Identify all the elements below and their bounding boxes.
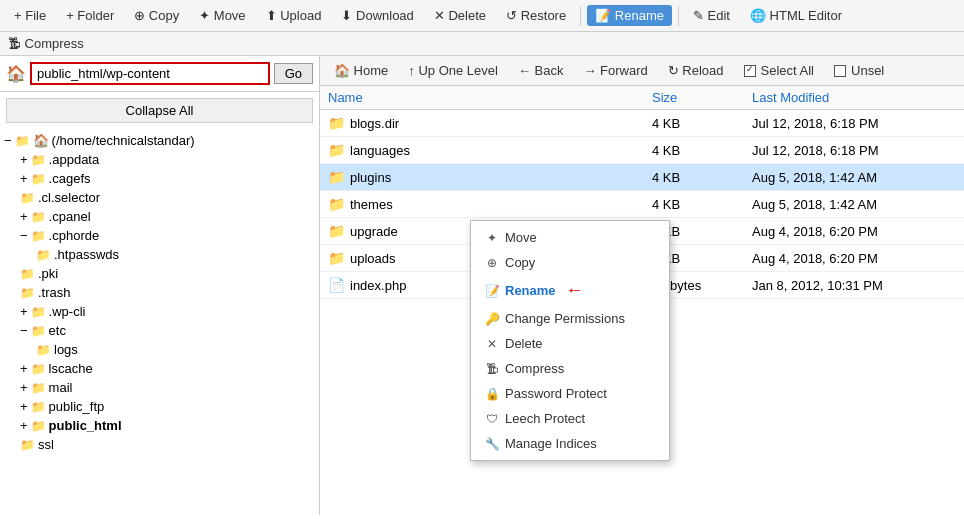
- tree-item-root[interactable]: − 📁 🏠 (/home/technicalstandar): [4, 131, 315, 150]
- ctx-delete[interactable]: ✕ Delete: [471, 331, 669, 356]
- unselect-btn[interactable]: Unsel: [826, 60, 892, 81]
- file-name: uploads: [350, 251, 396, 266]
- move-btn[interactable]: ✦ Move: [191, 5, 253, 26]
- delete-btn[interactable]: ✕ Delete: [426, 5, 494, 26]
- tree-item-lscache[interactable]: + 📁 lscache: [4, 359, 315, 378]
- folder-icon: 📁: [31, 419, 46, 433]
- ctx-compress[interactable]: 🗜 Compress: [471, 356, 669, 381]
- tree-label: ssl: [38, 437, 54, 452]
- file-modified: Aug 5, 2018, 1:42 AM: [744, 164, 964, 191]
- back-btn[interactable]: ← Back: [510, 60, 572, 81]
- edit-btn[interactable]: ✎ Edit: [685, 5, 738, 26]
- tree-item-public-ftp[interactable]: + 📁 public_ftp: [4, 397, 315, 416]
- file-name-cell[interactable]: 📁 languages: [320, 137, 644, 164]
- ctx-icon: 🔒: [485, 387, 499, 401]
- folder-icon: 📁: [31, 210, 46, 224]
- compress-bar: 🗜 Compress: [0, 32, 964, 56]
- up-one-level-btn[interactable]: ↑ Up One Level: [400, 60, 506, 81]
- tree-item-cpanel[interactable]: + 📁 .cpanel: [4, 207, 315, 226]
- ctx-leech[interactable]: 🛡 Leech Protect: [471, 406, 669, 431]
- file-name-cell[interactable]: 📁 themes: [320, 191, 644, 218]
- ctx-icon: ✦: [485, 231, 499, 245]
- plus-icon: +: [20, 304, 28, 319]
- upload-btn[interactable]: ⬆ Upload: [258, 5, 330, 26]
- ctx-label: Change Permissions: [505, 311, 625, 326]
- folder-icon: 📁: [328, 223, 345, 239]
- tree-item-public-html[interactable]: + 📁 public_html: [4, 416, 315, 435]
- restore-btn[interactable]: ↺ Restore: [498, 5, 574, 26]
- ctx-label: Delete: [505, 336, 543, 351]
- ctx-icon: 🗜: [485, 362, 499, 376]
- select-all-btn[interactable]: Select All: [736, 60, 822, 81]
- ctx-label: Move: [505, 230, 537, 245]
- file-name-cell[interactable]: 📁 blogs.dir: [320, 110, 644, 137]
- ctx-label: Rename: [505, 283, 556, 298]
- table-row[interactable]: 📁 languages 4 KB Jul 12, 2018, 6:18 PM: [320, 137, 964, 164]
- ctx-password[interactable]: 🔒 Password Protect: [471, 381, 669, 406]
- collapse-all-button[interactable]: Collapse All: [6, 98, 313, 123]
- select-all-label: Select All: [761, 63, 814, 78]
- plus-icon: +: [20, 171, 28, 186]
- home-nav-btn[interactable]: 🏠 Home: [326, 60, 396, 81]
- col-name[interactable]: Name: [320, 86, 644, 110]
- rename-btn[interactable]: 📝 Rename: [587, 5, 672, 26]
- file-name: index.php: [350, 278, 406, 293]
- tree-item-etc[interactable]: − 📁 etc: [4, 321, 315, 340]
- tree-label: logs: [54, 342, 78, 357]
- ctx-label: Leech Protect: [505, 411, 585, 426]
- html-editor-btn[interactable]: 🌐 HTML Editor: [742, 5, 850, 26]
- path-input[interactable]: [30, 62, 270, 85]
- ctx-icon: 🔧: [485, 437, 499, 451]
- ctx-permissions[interactable]: 🔑 Change Permissions: [471, 306, 669, 331]
- tree-item-ssl[interactable]: 📁 ssl: [4, 435, 315, 454]
- table-row[interactable]: 📁 plugins 4 KB Aug 5, 2018, 1:42 AM: [320, 164, 964, 191]
- tree-item-mail[interactable]: + 📁 mail: [4, 378, 315, 397]
- download-btn[interactable]: ⬇ Download: [333, 5, 421, 26]
- folder-icon: 📁: [328, 196, 345, 212]
- folder-icon: 📁: [31, 362, 46, 376]
- tree-item-appdata[interactable]: + 📁 .appdata: [4, 150, 315, 169]
- tree-item-pki[interactable]: 📁 .pki: [4, 264, 315, 283]
- reload-btn[interactable]: ↻ Reload: [660, 60, 732, 81]
- tree-item-logs[interactable]: 📁 logs: [4, 340, 315, 359]
- col-size[interactable]: Size: [644, 86, 744, 110]
- folder-icon: 📁: [36, 343, 51, 357]
- file-modified: Aug 5, 2018, 1:42 AM: [744, 191, 964, 218]
- ctx-icon: 🛡: [485, 412, 499, 426]
- copy-btn[interactable]: ⊕ Copy: [126, 5, 187, 26]
- col-modified[interactable]: Last Modified: [744, 86, 964, 110]
- tree-label: .cphorde: [49, 228, 100, 243]
- file-tree: − 📁 🏠 (/home/technicalstandar) + 📁 .appd…: [0, 129, 319, 515]
- ctx-copy[interactable]: ⊕ Copy: [471, 250, 669, 275]
- tree-item-cagefs[interactable]: + 📁 .cagefs: [4, 169, 315, 188]
- ctx-label: Manage Indices: [505, 436, 597, 451]
- tree-item-htpasswds[interactable]: 📁 .htpasswds: [4, 245, 315, 264]
- go-button[interactable]: Go: [274, 63, 313, 84]
- folder-icon: 📁: [20, 191, 35, 205]
- folder-btn[interactable]: + Folder: [58, 5, 122, 26]
- ctx-rename[interactable]: 📝 Rename ←: [471, 275, 669, 306]
- table-row[interactable]: 📁 blogs.dir 4 KB Jul 12, 2018, 6:18 PM: [320, 110, 964, 137]
- file-name: upgrade: [350, 224, 398, 239]
- ctx-indices[interactable]: 🔧 Manage Indices: [471, 431, 669, 456]
- folder-icon: 📁: [31, 305, 46, 319]
- folder-icon: 📁: [31, 324, 46, 338]
- ctx-move[interactable]: ✦ Move: [471, 225, 669, 250]
- folder-icon: 📁: [15, 134, 30, 148]
- tree-label: (/home/technicalstandar): [52, 133, 195, 148]
- file-size: 4 KB: [644, 164, 744, 191]
- tree-label: mail: [49, 380, 73, 395]
- file-name-cell[interactable]: 📁 plugins: [320, 164, 644, 191]
- folder-icon: 📁: [31, 381, 46, 395]
- folder-icon: 📁: [328, 250, 345, 266]
- home-small-icon: 🏠: [33, 133, 49, 148]
- tree-item-trash[interactable]: 📁 .trash: [4, 283, 315, 302]
- table-row[interactable]: 📁 themes 4 KB Aug 5, 2018, 1:42 AM: [320, 191, 964, 218]
- tree-item-wp-cli[interactable]: + 📁 .wp-cli: [4, 302, 315, 321]
- forward-btn[interactable]: → Forward: [575, 60, 655, 81]
- tree-item-clselector[interactable]: 📁 .cl.selector: [4, 188, 315, 207]
- toolbar-separator: [580, 6, 581, 26]
- tree-item-cphorde[interactable]: − 📁 .cphorde: [4, 226, 315, 245]
- tree-label: .trash: [38, 285, 71, 300]
- file-btn[interactable]: + File: [6, 5, 54, 26]
